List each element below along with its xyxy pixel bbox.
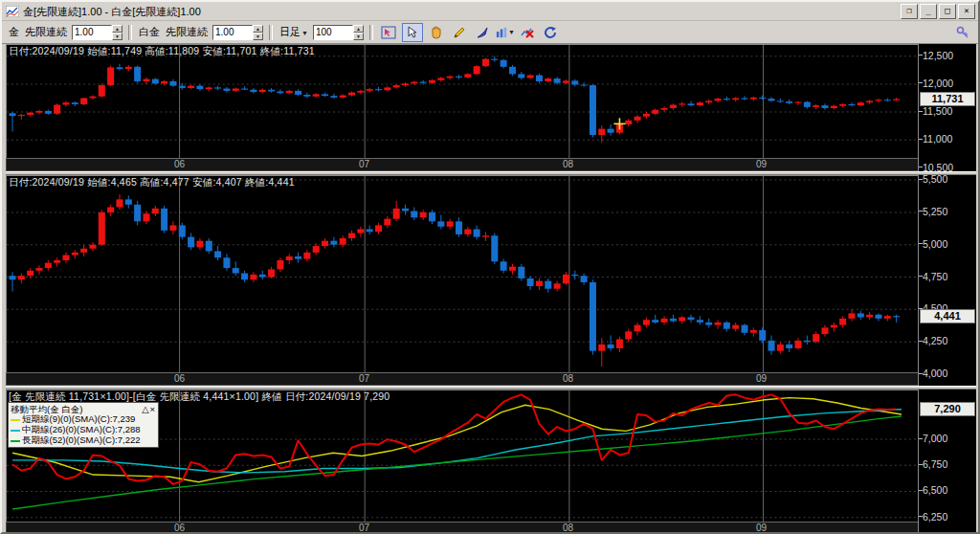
- axis-label: 6,500: [923, 484, 947, 496]
- hand-tool-button[interactable]: [427, 24, 446, 41]
- popout-button[interactable]: ❐: [901, 4, 918, 19]
- gold-price-axis: 12,50012,00011,50011,00010,50011,731: [918, 44, 976, 171]
- platinum-info-line: 日付:2024/09/19 始値:4,465 高値:4,477 安値:4,407…: [9, 176, 295, 189]
- app-chart-icon: [6, 6, 19, 17]
- month-label: 08: [563, 523, 573, 533]
- window-title: 金[先限連続]1.00 - 白金[先限連続]1.00: [23, 5, 901, 19]
- bars-count-spinner[interactable]: 100 ▲▼: [313, 25, 364, 40]
- chevron-down-icon: ▼: [301, 30, 308, 36]
- spin-up-icon[interactable]: ▲: [112, 25, 122, 33]
- platinum-symbol-label: 白金: [139, 25, 160, 39]
- spread-value-axis: 7,0006,7506,5006,2507,290: [918, 389, 976, 534]
- platinum-multiplier-spinner[interactable]: 1.00 ▲▼: [212, 25, 263, 40]
- current-price-box: 7,290: [920, 402, 975, 416]
- axis-label: 10,500: [923, 162, 953, 173]
- gold-plot-area[interactable]: 日付:2024/09/19 始値:11,749 高値:11,809 安値:11,…: [6, 44, 919, 159]
- legend-line-swatch: [11, 419, 20, 421]
- axis-label: 6,250: [923, 511, 947, 523]
- legend-item: 長期線(52)(0)(SMA)(C):7,222: [11, 435, 156, 446]
- spread-chart-panel: [金 先限連続 11,731×1.00]-[白金 先限連続 4,441×1.00…: [6, 389, 976, 534]
- month-label: 08: [563, 159, 573, 169]
- toolbar-separator: [269, 25, 273, 40]
- gold-symbol-label: 金: [9, 25, 19, 39]
- minimize-button[interactable]: _: [920, 4, 937, 19]
- platinum-plot-area[interactable]: 日付:2024/09/19 始値:4,465 高値:4,477 安値:4,407…: [6, 175, 919, 373]
- spread-time-axis: 06070809: [6, 522, 919, 534]
- delete-drawings-button[interactable]: [519, 24, 538, 41]
- month-label: 06: [174, 159, 185, 169]
- axis-label: 12,000: [923, 78, 953, 89]
- key-icon[interactable]: [953, 24, 972, 41]
- month-label: 09: [756, 523, 767, 533]
- gold-series-label: 先限連続: [25, 25, 67, 39]
- axis-label: 7,000: [923, 433, 947, 444]
- pencil-tool-button[interactable]: [450, 24, 469, 41]
- axis-label: 5,000: [923, 238, 947, 250]
- axis-label: 4,750: [923, 271, 947, 282]
- current-price-box: 11,731: [920, 92, 975, 106]
- legend-line-swatch: [11, 430, 20, 432]
- chart-type-button[interactable]: ▼: [496, 24, 515, 41]
- platinum-series-label: 先限連続: [166, 25, 208, 39]
- month-label: 07: [359, 523, 369, 533]
- toolbar-separator: [128, 25, 132, 40]
- legend-item-label: 長期線(52)(0)(SMA)(C):7,222: [22, 434, 141, 447]
- axis-label: 6,750: [923, 458, 947, 470]
- legend-collapse-close-buttons[interactable]: △×: [142, 404, 156, 414]
- spread-plot-area[interactable]: [金 先限連続 11,731×1.00]-[白金 先限連続 4,441×1.00…: [6, 389, 919, 523]
- axis-label: 11,500: [923, 105, 952, 117]
- platinum-time-axis: 06070809: [6, 372, 919, 386]
- toolbar: 金 先限連続 1.00 ▲▼ 白金 先限連続 1.00 ▲▼ 日足▼ 100 ▲…: [2, 21, 978, 44]
- spin-down-icon[interactable]: ▼: [112, 33, 122, 40]
- month-label: 08: [563, 373, 573, 384]
- month-label: 09: [756, 159, 767, 169]
- month-label: 07: [359, 373, 369, 384]
- gold-info-line: 日付:2024/09/19 始値:11,749 高値:11,809 安値:11,…: [9, 45, 315, 58]
- month-label: 07: [359, 159, 369, 169]
- spin-down-icon[interactable]: ▼: [353, 33, 364, 40]
- platinum-chart-panel: 日付:2024/09/19 始値:4,465 高値:4,477 安値:4,407…: [6, 175, 976, 386]
- gold-multiplier-spinner[interactable]: 1.00 ▲▼: [72, 25, 122, 40]
- spin-down-icon[interactable]: ▼: [253, 33, 263, 40]
- chevron-down-icon: ▼: [508, 29, 515, 35]
- draw-arrow-tool-button[interactable]: [473, 24, 492, 41]
- month-label: 06: [174, 523, 185, 533]
- moving-average-legend: 移動平均(金 白金) △× 短期線(9)(0)(SMA)(C):7,239中期線…: [8, 402, 159, 448]
- maximize-button[interactable]: □: [939, 4, 956, 19]
- month-label: 09: [756, 373, 767, 384]
- spin-up-icon[interactable]: ▲: [353, 25, 364, 33]
- axis-label: 4,250: [923, 335, 947, 346]
- legend-line-swatch: [11, 440, 20, 442]
- pointer-tool-button[interactable]: [402, 23, 423, 42]
- month-label: 06: [174, 373, 185, 384]
- current-price-box: 4,441: [920, 309, 975, 323]
- axis-label: 11,000: [923, 133, 952, 145]
- chart-cursor-tool-button[interactable]: [379, 24, 398, 41]
- axis-label: 5,250: [923, 206, 947, 217]
- axis-label: 5,500: [923, 173, 947, 185]
- gold-time-axis: 06070809: [6, 158, 919, 171]
- period-dropdown[interactable]: 日足▼: [279, 25, 308, 39]
- refresh-button[interactable]: [542, 24, 561, 41]
- axis-label: 12,500: [923, 50, 953, 61]
- platinum-price-axis: 5,5005,2505,0004,7504,5004,2504,0004,441: [918, 175, 976, 386]
- chart-stack: 日付:2024/09/19 始値:11,749 高値:11,809 安値:11,…: [2, 44, 978, 534]
- title-bar: 金[先限連続]1.00 - 白金[先限連続]1.00 ❐ _ □ ×: [2, 2, 978, 21]
- gold-chart-panel: 日付:2024/09/19 始値:11,749 高値:11,809 安値:11,…: [6, 44, 976, 171]
- app-window: 金[先限連続]1.00 - 白金[先限連続]1.00 ❐ _ □ × 金 先限連…: [0, 0, 980, 534]
- close-button[interactable]: ×: [958, 4, 975, 19]
- toolbar-separator: [369, 25, 373, 40]
- spin-up-icon[interactable]: ▲: [253, 25, 263, 33]
- axis-label: 4,000: [923, 367, 947, 379]
